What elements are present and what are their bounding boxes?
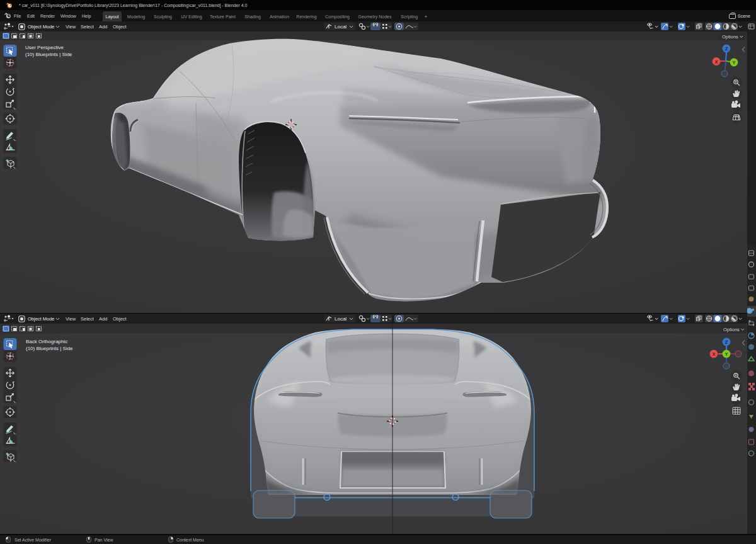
svg-text:X: X bbox=[714, 59, 718, 65]
svg-text:Options: Options bbox=[723, 327, 740, 332]
svg-text:Options: Options bbox=[722, 34, 738, 40]
svg-text:Back Orthographic: Back Orthographic bbox=[26, 339, 67, 344]
svg-text:X: X bbox=[712, 351, 715, 357]
svg-text:Z: Z bbox=[725, 46, 728, 52]
svg-text:Local: Local bbox=[335, 24, 346, 30]
svg-text:Z: Z bbox=[725, 339, 728, 345]
svg-text:Y: Y bbox=[724, 351, 728, 357]
svg-text:(10) Blueprints | Side: (10) Blueprints | Side bbox=[26, 346, 73, 351]
svg-text:User Perspective: User Perspective bbox=[25, 45, 64, 50]
svg-text:Y: Y bbox=[732, 60, 735, 65]
svg-text:Local: Local bbox=[335, 316, 346, 322]
svg-text:(10) Blueprints | Side: (10) Blueprints | Side bbox=[25, 52, 72, 57]
